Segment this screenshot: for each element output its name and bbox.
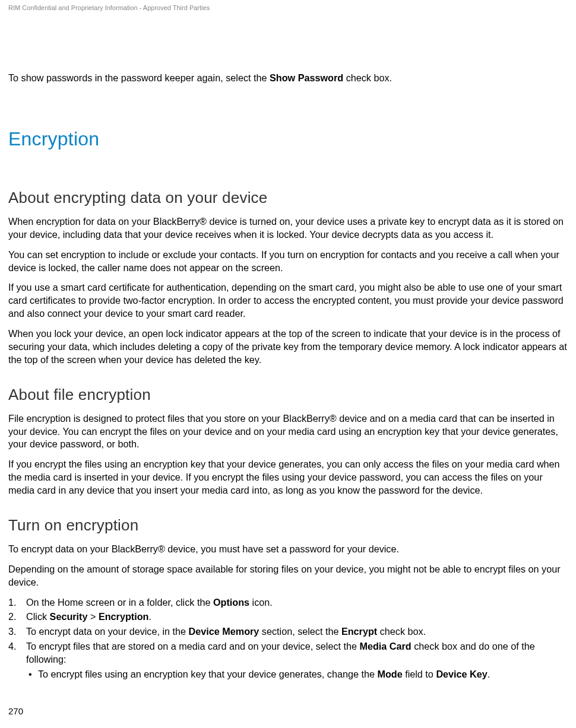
- step1-b: Options: [213, 597, 249, 608]
- step1-a: On the Home screen or in a folder, click…: [26, 597, 213, 608]
- about-file-p1: File encryption is designed to protect f…: [8, 412, 568, 452]
- step2-b: Security: [50, 611, 88, 622]
- heading-encryption: Encryption: [8, 126, 568, 152]
- about-data-p2: You can set encryption to include or exc…: [8, 249, 568, 275]
- heading-about-file-encryption: About file encryption: [8, 384, 568, 405]
- heading-about-data-encryption: About encrypting data on your device: [8, 187, 568, 208]
- bullet1-b: Mode: [377, 669, 402, 679]
- step-4: To encrypt files that are stored on a me…: [8, 640, 568, 681]
- step3-d: Encrypt: [341, 626, 377, 637]
- step-4-bullet-1: To encrypt files using an encryption key…: [26, 668, 568, 681]
- step2-a: Click: [26, 611, 50, 622]
- step2-e: .: [148, 611, 151, 622]
- step-3: To encrypt data on your device, in the D…: [8, 625, 568, 638]
- step2-c: >: [87, 611, 98, 622]
- intro-bold: Show Password: [270, 72, 343, 83]
- turn-on-p1: To encrypt data on your BlackBerry® devi…: [8, 543, 568, 556]
- heading-turn-on-encryption: Turn on encryption: [8, 515, 568, 536]
- about-data-p1: When encryption for data on your BlackBe…: [8, 215, 568, 241]
- step4-a: To encrypt files that are stored on a me…: [26, 641, 359, 651]
- bullet1-d: Device Key: [436, 669, 487, 679]
- turn-on-steps: On the Home screen or in a folder, click…: [8, 596, 568, 681]
- bullet1-e: .: [488, 669, 490, 679]
- step-4-bullets: To encrypt files using an encryption key…: [26, 668, 568, 681]
- step1-c: icon.: [249, 597, 273, 608]
- turn-on-p2: Depending on the amount of storage space…: [8, 563, 568, 589]
- step3-e: check box.: [377, 626, 426, 637]
- step3-b: Device Memory: [189, 626, 259, 637]
- step3-c: section, select the: [259, 626, 341, 637]
- bullet1-a: To encrypt files using an encryption key…: [38, 669, 377, 679]
- step-1: On the Home screen or in a folder, click…: [8, 596, 568, 609]
- bullet1-c: field to: [403, 669, 436, 679]
- about-data-p3: If you use a smart card certificate for …: [8, 281, 568, 320]
- about-data-p4: When you lock your device, an open lock …: [8, 328, 568, 367]
- step4-b: Media Card: [359, 641, 411, 651]
- intro-paragraph: To show passwords in the password keeper…: [8, 72, 568, 85]
- about-file-p2: If you encrypt the files using an encryp…: [8, 458, 568, 497]
- step2-d: Encryption: [99, 611, 149, 622]
- document-page: RIM Confidential and Proprietary Informa…: [0, 0, 576, 728]
- confidential-header: RIM Confidential and Proprietary Informa…: [8, 4, 568, 12]
- page-number: 270: [8, 705, 23, 717]
- intro-prefix: To show passwords in the password keeper…: [8, 72, 270, 83]
- step-2: Click Security > Encryption.: [8, 611, 568, 624]
- intro-suffix: check box.: [343, 72, 392, 83]
- step3-a: To encrypt data on your device, in the: [26, 626, 189, 637]
